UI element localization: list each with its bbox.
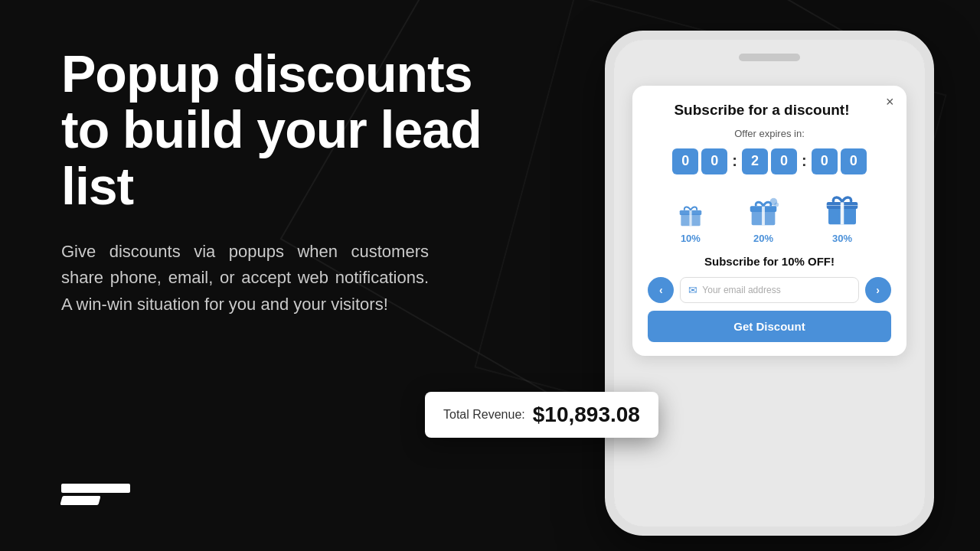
gift-icon-small bbox=[676, 201, 705, 230]
email-row: ‹ ✉ Your email address › bbox=[648, 277, 890, 303]
phone-screen: × Subscribe for a discount! Offer expire… bbox=[614, 40, 925, 527]
timer-digit-4: 0 bbox=[771, 148, 797, 174]
main-headline: Popup discounts to build your lead list bbox=[61, 46, 505, 214]
left-section: Popup discounts to build your lead list … bbox=[61, 46, 505, 318]
gifts-row: 10% 20% bbox=[648, 188, 890, 244]
gift-icon-large bbox=[822, 188, 863, 230]
get-discount-button[interactable]: Get Discount bbox=[648, 311, 890, 342]
revenue-label: Total Revenue: bbox=[443, 408, 525, 422]
popup-title: Subscribe for a discount! bbox=[648, 101, 890, 120]
gift-item-30: 30% bbox=[822, 188, 863, 244]
next-button[interactable]: › bbox=[865, 277, 891, 303]
phone-notch bbox=[739, 54, 800, 61]
logo-shape bbox=[61, 484, 130, 505]
next-arrow-icon: › bbox=[876, 284, 880, 296]
gift-percent-20: 20% bbox=[753, 233, 773, 244]
svg-point-7 bbox=[774, 202, 779, 207]
timer-colon-2: : bbox=[800, 152, 808, 170]
svg-rect-2 bbox=[689, 210, 691, 226]
timer-digit-2: 0 bbox=[701, 148, 727, 174]
revenue-amount: $10,893.08 bbox=[533, 403, 640, 427]
popup-card: × Subscribe for a discount! Offer expire… bbox=[632, 86, 906, 356]
phone-frame: × Subscribe for a discount! Offer expire… bbox=[605, 31, 934, 536]
prev-button[interactable]: ‹ bbox=[648, 277, 674, 303]
gift-item-10: 10% bbox=[676, 201, 705, 244]
timer-digit-6: 0 bbox=[841, 148, 867, 174]
logo bbox=[61, 484, 130, 505]
email-input-field[interactable]: ✉ Your email address bbox=[680, 277, 858, 303]
timer-colon-1: : bbox=[730, 152, 739, 170]
offer-expires-label: Offer expires in: bbox=[648, 128, 890, 139]
countdown-timer: 0 0 : 2 0 : 0 0 bbox=[648, 148, 890, 174]
email-placeholder: Your email address bbox=[702, 285, 780, 295]
description-text: Give discounts via popups when customers… bbox=[61, 239, 429, 317]
prev-arrow-icon: ‹ bbox=[659, 284, 663, 296]
email-icon: ✉ bbox=[688, 284, 697, 296]
logo-bar-bottom bbox=[60, 496, 100, 505]
timer-digit-5: 0 bbox=[812, 148, 838, 174]
logo-bar-top bbox=[61, 484, 130, 493]
phone-mockup: × Subscribe for a discount! Offer expire… bbox=[605, 31, 934, 536]
gift-percent-10: 10% bbox=[681, 233, 701, 244]
gift-item-20: 20% bbox=[746, 194, 781, 244]
subscribe-heading: Subscribe for 10% OFF! bbox=[648, 255, 890, 268]
gift-percent-30: 30% bbox=[832, 233, 852, 244]
timer-digit-1: 0 bbox=[672, 148, 698, 174]
close-button[interactable]: × bbox=[886, 95, 894, 109]
revenue-badge: Total Revenue: $10,893.08 bbox=[425, 392, 658, 438]
timer-digit-3: 2 bbox=[742, 148, 768, 174]
gift-icon-medium bbox=[746, 194, 781, 230]
svg-rect-5 bbox=[762, 206, 765, 225]
